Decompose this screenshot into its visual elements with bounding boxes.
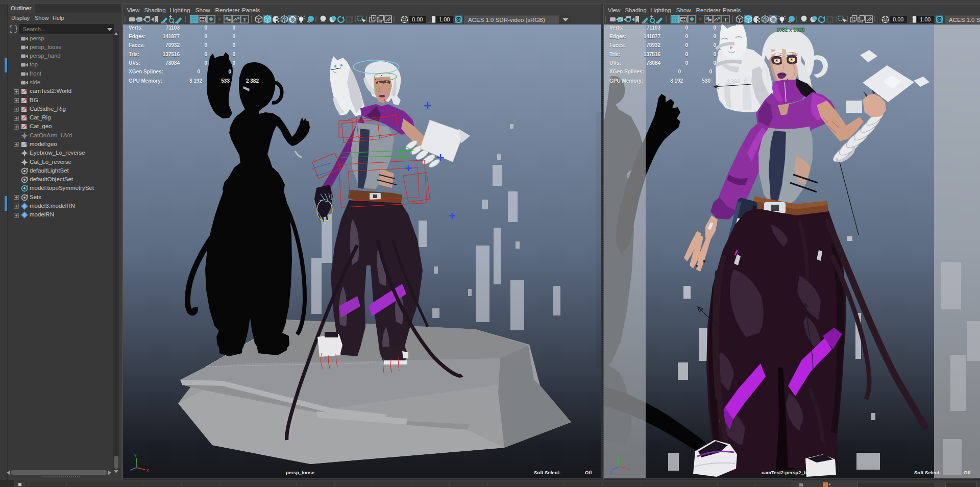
svg-text:ON: ON [456, 18, 461, 21]
svg-text:z: z [610, 470, 612, 474]
svg-text:1.00: 1.00 [920, 16, 930, 22]
svg-text:ACES 1.0 SDR-video (sRGB): ACES 1.0 SDR-video (sRGB) [949, 17, 980, 23]
svg-text:x: x [146, 468, 149, 473]
svg-text:0.00: 0.00 [412, 16, 423, 22]
svg-text:y: y [134, 452, 137, 457]
svg-text:x: x [628, 466, 631, 471]
svg-text:T: T [243, 16, 247, 22]
svg-text:ON: ON [937, 18, 942, 21]
svg-text:1.00: 1.00 [439, 16, 450, 22]
svg-text:T: T [724, 16, 728, 22]
svg-text:ACES 1.0 SDR-video (sRGB): ACES 1.0 SDR-video (sRGB) [468, 17, 545, 23]
svg-text:0.00: 0.00 [893, 16, 903, 22]
